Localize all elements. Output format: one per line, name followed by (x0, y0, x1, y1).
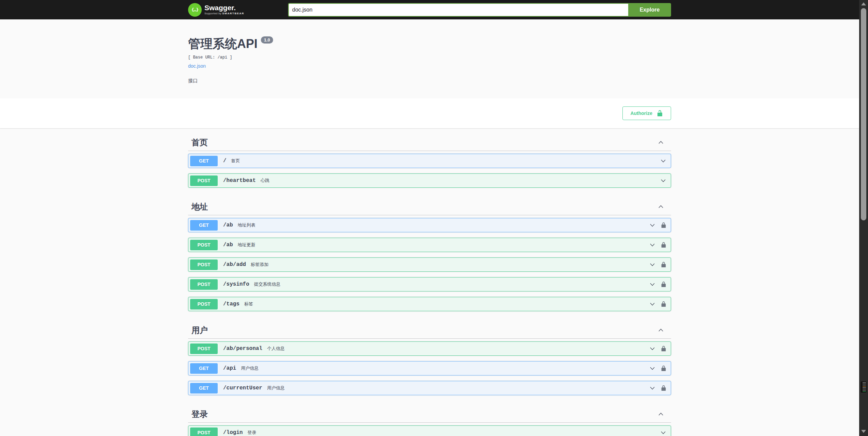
chevron-down-icon[interactable] (660, 429, 667, 436)
method-badge: POST (190, 259, 218, 270)
section-title: 用户 (191, 325, 208, 336)
method-badge: GET (190, 383, 218, 393)
section-title: 首页 (191, 137, 208, 148)
swagger-logo[interactable]: {…} Swagger. Supported by SMARTBEAR (188, 3, 244, 17)
spec-url-form: Explore (288, 3, 671, 17)
chevron-down-icon[interactable] (649, 261, 656, 268)
method-badge: POST (190, 175, 218, 186)
scrollbar-thumb[interactable] (861, 8, 866, 220)
endpoint-row[interactable]: POST /tags 标签 (188, 297, 671, 311)
lock-icon[interactable] (661, 222, 667, 228)
method-badge: POST (190, 240, 218, 250)
api-description: 接口 (188, 78, 671, 84)
endpoint-row[interactable]: POST /login 登录 (188, 425, 671, 436)
swagger-ui-page: {…} Swagger. Supported by SMARTBEAR Expl… (0, 0, 859, 436)
endpoint-summary: 提交系统信息 (254, 281, 281, 287)
method-badge: GET (190, 220, 218, 231)
lock-icon[interactable] (661, 385, 667, 391)
swagger-logo-text: Swagger. (204, 4, 244, 12)
endpoint-summary: 地址列表 (238, 222, 255, 228)
endpoint-row[interactable]: POST /ab 地址更新 (188, 238, 671, 252)
endpoint-path: /ab (223, 242, 233, 248)
lock-icon[interactable] (661, 242, 667, 248)
section-title: 登录 (191, 409, 208, 420)
endpoint-row[interactable]: POST /ab/add 标签添加 (188, 257, 671, 272)
lock-icon[interactable] (661, 301, 667, 307)
endpoint-path: /currentUser (223, 385, 262, 391)
endpoint-summary: 用户信息 (241, 365, 258, 371)
lock-icon[interactable] (661, 262, 667, 268)
endpoint-summary: 首页 (231, 158, 240, 164)
endpoint-summary: 标签添加 (251, 262, 268, 268)
api-section: 首页 GET / 首页 POST /heartbeat 心跳 (188, 134, 671, 199)
endpoint-row[interactable]: GET /currentUser 用户信息 (188, 381, 671, 395)
section-rows: GET / 首页 POST /heartbeat 心跳 (188, 151, 671, 199)
section-header[interactable]: 用户 (188, 322, 671, 339)
api-title: 管理系统API (188, 36, 257, 52)
endpoint-path: /tags (223, 301, 239, 307)
endpoint-row[interactable]: GET / 首页 (188, 154, 671, 168)
endpoint-summary: 心跳 (261, 178, 269, 184)
section-header[interactable]: 登录 (188, 406, 671, 423)
method-badge: POST (190, 343, 218, 354)
chevron-down-icon[interactable] (649, 241, 656, 248)
authorize-label: Authorize (630, 111, 652, 116)
smartbear-byline: Supported by SMARTBEAR (204, 12, 244, 15)
endpoint-path: /ab/add (223, 262, 246, 268)
method-badge: GET (190, 363, 218, 374)
endpoint-row[interactable]: POST /ab/personal 个人信息 (188, 341, 671, 356)
section-rows: GET /ab 地址列表 POST /ab 地址更新 (188, 215, 671, 322)
method-badge: GET (190, 156, 218, 166)
lock-icon[interactable] (661, 365, 667, 371)
api-section: 用户 POST /ab/personal 个人信息 (188, 322, 671, 406)
explore-button[interactable]: Explore (628, 3, 671, 17)
endpoint-path: /ab/personal (223, 346, 262, 352)
method-badge: POST (190, 299, 218, 309)
endpoint-row[interactable]: POST /sysinfo 提交系统信息 (188, 277, 671, 291)
section-header[interactable]: 地址 (188, 199, 671, 215)
lock-icon[interactable] (661, 346, 667, 352)
scrollbar[interactable] (859, 0, 868, 436)
endpoint-row[interactable]: GET /ab 地址列表 (188, 218, 671, 232)
base-url: [ Base URL: /api ] (188, 55, 671, 60)
endpoint-summary: 地址更新 (238, 242, 255, 248)
endpoint-path: /ab (223, 222, 233, 228)
endpoint-summary: 个人信息 (267, 346, 285, 352)
scrollbar-down-arrow-icon[interactable] (861, 430, 866, 433)
endpoint-path: / (223, 158, 227, 164)
lock-icon[interactable] (661, 281, 667, 287)
section-title: 地址 (191, 201, 208, 212)
chevron-down-icon[interactable] (649, 345, 656, 352)
scrollbar-up-arrow-icon[interactable] (861, 2, 866, 5)
spec-url-input[interactable] (288, 3, 628, 17)
curly-braces-icon: {…} (188, 3, 202, 17)
chevron-up-icon[interactable] (657, 327, 664, 334)
unlock-icon (656, 110, 663, 117)
topbar: {…} Swagger. Supported by SMARTBEAR Expl… (0, 0, 859, 19)
endpoint-path: /api (223, 365, 236, 371)
chevron-down-icon[interactable] (649, 222, 656, 229)
chevron-down-icon[interactable] (649, 385, 656, 391)
endpoint-row[interactable]: POST /heartbeat 心跳 (188, 173, 671, 188)
chevron-down-icon[interactable] (649, 301, 656, 307)
authorize-button[interactable]: Authorize (622, 106, 671, 120)
chevron-down-icon[interactable] (660, 157, 667, 164)
chevron-up-icon[interactable] (657, 139, 664, 146)
endpoint-path: /login (223, 430, 243, 436)
endpoint-path: /heartbeat (223, 178, 256, 184)
chevron-down-icon[interactable] (649, 365, 656, 372)
chevron-up-icon[interactable] (657, 411, 664, 418)
version-badge: 1.0 (261, 36, 273, 44)
spec-link[interactable]: doc.json (188, 63, 206, 69)
endpoint-row[interactable]: GET /api 用户信息 (188, 361, 671, 375)
endpoint-path: /sysinfo (223, 281, 249, 287)
section-rows: POST /ab/personal 个人信息 GET /api 用户信息 (188, 339, 671, 406)
chevron-down-icon[interactable] (649, 281, 656, 288)
operations-list: 首页 GET / 首页 POST /heartbeat 心跳 (181, 128, 678, 436)
method-badge: POST (190, 427, 218, 436)
chevron-down-icon[interactable] (660, 177, 667, 184)
method-badge: POST (190, 279, 218, 290)
api-section: 地址 GET /ab 地址列表 POST (188, 199, 671, 322)
section-header[interactable]: 首页 (188, 134, 671, 151)
chevron-up-icon[interactable] (657, 203, 664, 210)
